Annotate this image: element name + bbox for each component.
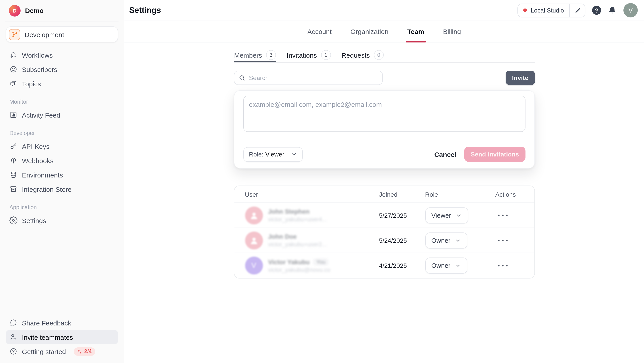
tab-billing[interactable]: Billing: [443, 21, 461, 42]
subtab-label: Invitations: [287, 51, 317, 59]
row-actions-button[interactable]: [496, 262, 509, 269]
column-joined: Joined: [379, 191, 425, 198]
search-input[interactable]: [234, 71, 382, 85]
table-header: User Joined Role Actions: [234, 186, 534, 203]
local-studio-label: Local Studio: [531, 7, 564, 14]
subtab-label: Members: [234, 51, 262, 59]
role-dropdown[interactable]: Role: Viewer: [243, 147, 302, 162]
members-table: User Joined Role Actions: [234, 186, 535, 279]
member-email: victor_yakubu+user2...: [268, 241, 327, 248]
local-studio-button[interactable]: Local Studio: [518, 4, 569, 17]
main-area: Settings Local Studio ?: [124, 0, 644, 363]
archive-box-icon: [10, 185, 18, 193]
invite-popover: Role: Viewer Cancel Send invitations: [234, 90, 535, 169]
help-button[interactable]: ?: [592, 6, 601, 15]
sidebar-item-workflows[interactable]: Workflows: [6, 48, 118, 62]
dots-icon: [498, 215, 499, 216]
send-invitations-button[interactable]: Send invitations: [464, 147, 525, 162]
invite-emails-input[interactable]: [243, 96, 525, 132]
bar-chart-icon: [10, 111, 18, 119]
git-branch-icon: [9, 29, 20, 40]
dots-icon: [498, 240, 499, 241]
sidebar: D Demo Development Workflows: [0, 0, 124, 363]
section-label-monitor: Monitor: [6, 98, 118, 106]
topbar-controls: Local Studio ?: [517, 3, 638, 17]
user-identity: John Stephen victor_yakubu+user4...: [268, 208, 327, 223]
sidebar-item-environments[interactable]: Environments: [6, 168, 118, 182]
org-name: Demo: [25, 7, 44, 14]
environment-switcher[interactable]: Development: [6, 26, 118, 42]
sidebar-item-integration-store[interactable]: Integration Store: [6, 182, 118, 196]
invite-actions: Role: Viewer Cancel Send invitations: [243, 147, 525, 162]
sparkles-icon: [77, 349, 82, 354]
requests-count-badge: 0: [374, 50, 384, 60]
row-actions-button[interactable]: [496, 212, 509, 219]
chat-bubbles-icon: [10, 80, 18, 88]
sidebar-item-activity-feed[interactable]: Activity Feed: [6, 108, 118, 122]
user-identity: John Doe victor_yakubu+user2...: [268, 233, 327, 248]
database-icon: [10, 171, 18, 179]
sidebar-item-share-feedback[interactable]: Share Feedback: [6, 316, 118, 330]
invite-button[interactable]: Invite: [506, 71, 535, 85]
question-circle-icon: [10, 347, 18, 356]
sidebar-item-label: Workflows: [22, 51, 53, 59]
sidebar-item-subscribers[interactable]: Subscribers: [6, 62, 118, 76]
member-role-dropdown[interactable]: Owner: [425, 232, 467, 248]
subscriber-face-icon: [10, 65, 18, 73]
user-avatar[interactable]: V: [624, 3, 638, 17]
subtab-invitations[interactable]: Invitations 1: [286, 48, 331, 62]
member-avatar: V: [245, 257, 263, 275]
pencil-icon: [574, 7, 581, 14]
actions-cell: [495, 237, 524, 244]
team-content: Members 3 Invitations 1 Requests 0: [234, 42, 535, 279]
chevron-down-icon: [455, 262, 461, 269]
sidebar-item-webhooks[interactable]: Webhooks: [6, 153, 118, 168]
table-row: John Doe victor_yakubu+user2... 5/24/202…: [234, 228, 534, 253]
avatar-initial: V: [628, 7, 632, 14]
cancel-button[interactable]: Cancel: [432, 150, 458, 158]
gear-icon: [10, 216, 18, 224]
sidebar-item-label: Getting started: [22, 348, 66, 355]
subtab-requests[interactable]: Requests 0: [341, 48, 384, 62]
tab-label: Billing: [443, 28, 461, 35]
subtab-members[interactable]: Members 3: [234, 48, 276, 62]
tab-label: Account: [308, 28, 332, 35]
member-role-dropdown[interactable]: Viewer: [425, 207, 468, 223]
org-switcher[interactable]: D Demo: [6, 0, 118, 21]
sidebar-item-label: Invite teammates: [22, 333, 73, 341]
you-badge: You: [313, 258, 329, 265]
row-actions-button[interactable]: [496, 237, 509, 244]
subtab-label: Requests: [342, 51, 370, 59]
sidebar-footer: Share Feedback Invite teammates Getting …: [6, 316, 118, 363]
joined-date: 5/27/2025: [379, 212, 425, 219]
environment-label: Development: [24, 31, 64, 38]
member-name: Victor Yakubu: [268, 258, 310, 265]
section-label-application: Application: [6, 203, 118, 211]
sidebar-item-label: Integration Store: [22, 185, 72, 193]
role-value: Owner: [431, 237, 450, 244]
edit-button[interactable]: [570, 4, 585, 17]
user-cell: John Stephen victor_yakubu+user4...: [245, 206, 379, 224]
user-cell: John Doe victor_yakubu+user2...: [245, 231, 379, 249]
search-icon: [238, 74, 245, 81]
sidebar-item-label: Webhooks: [22, 157, 54, 164]
member-avatar: [245, 206, 263, 224]
bell-icon: [608, 6, 617, 15]
notifications-button[interactable]: [608, 6, 617, 15]
chevron-down-icon: [455, 237, 461, 243]
member-name: John Doe: [268, 233, 297, 240]
tab-team[interactable]: Team: [407, 21, 424, 42]
sidebar-nav-monitor: Activity Feed: [6, 108, 118, 122]
member-role-dropdown[interactable]: Owner: [425, 258, 467, 274]
sidebar-item-label: Environments: [22, 171, 63, 179]
sidebar-item-invite-teammates[interactable]: Invite teammates: [6, 330, 118, 344]
joined-date: 5/24/2025: [379, 237, 425, 244]
actions-cell: [495, 262, 524, 269]
sidebar-item-api-keys[interactable]: API Keys: [6, 139, 118, 153]
sidebar-item-topics[interactable]: Topics: [6, 76, 118, 91]
sidebar-item-getting-started[interactable]: Getting started 2/4: [6, 344, 118, 359]
tab-account[interactable]: Account: [308, 21, 332, 42]
sidebar-item-settings[interactable]: Settings: [6, 213, 118, 228]
tab-organization[interactable]: Organization: [350, 21, 388, 42]
getting-started-progress-badge: 2/4: [74, 347, 95, 356]
